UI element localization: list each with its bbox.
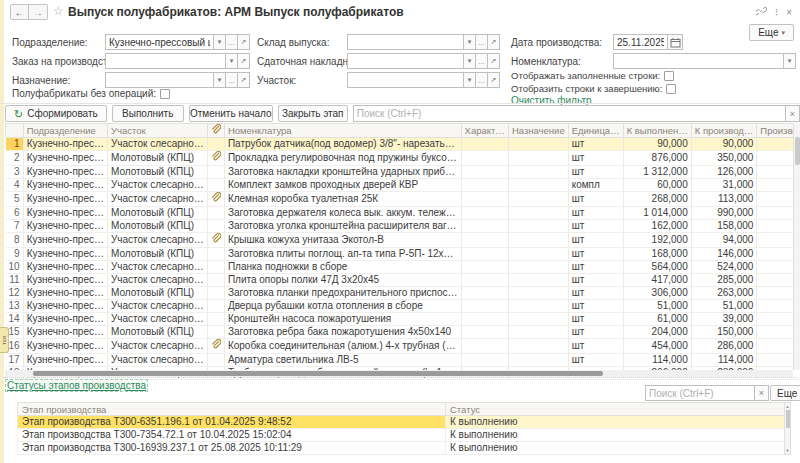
cell-uchastok[interactable]: Участок слесарно…: [107, 192, 207, 207]
statuses-search-input[interactable]: [645, 385, 755, 401]
column-header-num[interactable]: [6, 124, 24, 138]
cell-podrazdelenie[interactable]: Кузнечно-прес…: [23, 274, 107, 287]
cell-clip[interactable]: [207, 287, 224, 300]
cell-harakteristika[interactable]: [461, 192, 508, 207]
cell-k_vypolneniyu[interactable]: 168,000: [623, 248, 691, 261]
cell-harakteristika[interactable]: [461, 354, 508, 367]
cell-nomenklatura[interactable]: Кронштейн насоса пожаротушения: [224, 313, 461, 326]
cell-naznachenie[interactable]: [508, 354, 568, 367]
cell-k_proizvodstvu[interactable]: 113,000: [691, 192, 757, 207]
cell-naznachenie[interactable]: [508, 261, 568, 274]
statuses-search-clear-icon[interactable]: ×: [755, 385, 769, 401]
cell-edinitsa[interactable]: шт: [568, 166, 623, 179]
cell-podrazdelenie[interactable]: Кузнечно-прес…: [23, 151, 107, 166]
cell-etap[interactable]: Этап производства Т300-6351.196.1 от 01.…: [18, 416, 446, 429]
cell-uchastok[interactable]: Молотовый (КПЦ): [107, 326, 207, 339]
more-button-top[interactable]: Еще▾: [749, 24, 794, 41]
cell-naznachenie[interactable]: [508, 313, 568, 326]
cell-naznachenie[interactable]: [508, 220, 568, 233]
cell-edinitsa[interactable]: шт: [568, 354, 623, 367]
uchastok-choose-icon[interactable]: …: [476, 72, 488, 88]
cell-status[interactable]: К выполнению: [446, 416, 785, 429]
cell-naznachenie[interactable]: [508, 300, 568, 313]
table-row[interactable]: 1Кузнечно-прес…Участок слесарно…Патрубок…: [6, 138, 800, 151]
table-row[interactable]: 12Кузнечно-прес…Молотовый (КПЦ)Заготовка…: [6, 287, 800, 300]
cell-harakteristika[interactable]: [461, 179, 508, 192]
cell-k_vypolneniyu[interactable]: 61,000: [623, 313, 691, 326]
cell-k_proizvodstvu[interactable]: 285,000: [691, 274, 757, 287]
cell-nomenklatura[interactable]: Патрубок датчика(под водомер) 3/8"- наре…: [224, 138, 461, 151]
cell-num[interactable]: 17: [6, 354, 24, 367]
menu-dots-icon[interactable]: ⁝: [775, 8, 778, 18]
nomenklatura-dropdown-icon[interactable]: ▾: [784, 53, 796, 69]
cell-num[interactable]: 10: [6, 261, 24, 274]
cell-num[interactable]: 12: [6, 287, 24, 300]
cell-k_vypolneniyu[interactable]: 90,000: [623, 138, 691, 151]
column-header-podrazdelenie[interactable]: Подразделение: [23, 124, 107, 138]
cell-uchastok[interactable]: Молотовый (КПЦ): [107, 220, 207, 233]
cell-uchastok[interactable]: Молотовый (КПЦ): [107, 207, 207, 220]
cell-naznachenie[interactable]: [508, 248, 568, 261]
status-row[interactable]: Этап производства Т300-6351.196.1 от 01.…: [18, 416, 785, 429]
cell-nomenklatura[interactable]: Крышка кожуха унитаза Экотол-В: [224, 233, 461, 248]
cell-clip[interactable]: [207, 354, 224, 367]
get-link-icon[interactable]: [756, 6, 767, 19]
cell-harakteristika[interactable]: [461, 274, 508, 287]
cell-nomenklatura[interactable]: Арматура светильника ЛВ-5: [224, 354, 461, 367]
cell-edinitsa[interactable]: шт: [568, 151, 623, 166]
cell-naznachenie[interactable]: [508, 179, 568, 192]
cell-k_proizvodstvu[interactable]: 158,000: [691, 220, 757, 233]
cell-k_proizvodstvu[interactable]: 90,000: [691, 138, 757, 151]
cell-naznachenie[interactable]: [508, 339, 568, 354]
column-header-edinitsa[interactable]: Единица…: [568, 124, 623, 138]
cell-k_proizvodstvu[interactable]: 150,000: [691, 326, 757, 339]
statuses-scrollbar-thumb[interactable]: [786, 410, 790, 428]
cell-uchastok[interactable]: Участок слесарно…: [107, 233, 207, 248]
cell-edinitsa[interactable]: шт: [568, 248, 623, 261]
stage-statuses-link[interactable]: Статусы этапов производства: [6, 380, 147, 391]
cell-etap[interactable]: Этап производства Т300-7354.72.1 от 10.0…: [18, 429, 446, 442]
sdatochnaya-open-icon[interactable]: ↗: [488, 53, 500, 69]
uchastok-dropdown-icon[interactable]: ▾: [464, 72, 476, 88]
cell-uchastok[interactable]: Участок слесарно…: [107, 313, 207, 326]
naznachenie-open-icon[interactable]: ↗: [238, 72, 250, 88]
cell-clip[interactable]: [207, 192, 224, 207]
cell-podrazdelenie[interactable]: Кузнечно-прес…: [23, 248, 107, 261]
cell-harakteristika[interactable]: [461, 166, 508, 179]
uchastok-input[interactable]: [347, 72, 464, 88]
k-zaversheniyu-checkbox[interactable]: [666, 84, 676, 94]
table-row[interactable]: 4Кузнечно-прес…Участок слесарно…Комплект…: [6, 179, 800, 192]
cell-k_proizvodstvu[interactable]: 524,000: [691, 261, 757, 274]
cell-num[interactable]: 3: [6, 166, 24, 179]
zakaz-input[interactable]: [105, 53, 226, 69]
table-row[interactable]: 8Кузнечно-прес…Участок слесарно…Крышка к…: [6, 233, 800, 248]
cell-edinitsa[interactable]: шт: [568, 300, 623, 313]
column-header-uchastok[interactable]: Участок: [107, 124, 207, 138]
close-stage-button[interactable]: Закрыть этап: [278, 105, 348, 122]
status-column-header-status[interactable]: Статус: [446, 403, 785, 416]
cell-num[interactable]: 5: [6, 192, 24, 207]
cell-k_vypolneniyu[interactable]: 60,000: [623, 179, 691, 192]
cell-nomenklatura[interactable]: Плита опоры полки 47Д 3х20х45: [224, 274, 461, 287]
cell-nomenklatura[interactable]: Дверца рубашки котла отопления в сборе: [224, 300, 461, 313]
cell-k_proizvodstvu[interactable]: 286,000: [691, 339, 757, 354]
cell-podrazdelenie[interactable]: Кузнечно-прес…: [23, 179, 107, 192]
cell-naznachenie[interactable]: [508, 207, 568, 220]
date-input[interactable]: [613, 34, 668, 50]
cell-edinitsa[interactable]: шт: [568, 339, 623, 354]
table-row[interactable]: 3Кузнечно-прес…Молотовый (КПЦ)Заготовка …: [6, 166, 800, 179]
favorite-star-icon[interactable]: ☆: [53, 4, 64, 18]
cell-k_vypolneniyu[interactable]: 1 312,000: [623, 166, 691, 179]
cell-clip[interactable]: [207, 313, 224, 326]
cell-k_proizvodstvu[interactable]: 350,000: [691, 151, 757, 166]
cell-k_vypolneniyu[interactable]: 564,000: [623, 261, 691, 274]
sdatochnaya-dropdown-icon[interactable]: ▾: [464, 53, 476, 69]
cell-uchastok[interactable]: Участок слесарно…: [107, 300, 207, 313]
execute-button[interactable]: Выполнить: [112, 105, 184, 122]
cell-clip[interactable]: [207, 261, 224, 274]
cancel-start-button[interactable]: Отменить начало: [189, 105, 273, 122]
cell-nomenklatura[interactable]: Заготовка держателя колеса вык. аккум. т…: [224, 207, 461, 220]
cell-naznachenie[interactable]: [508, 274, 568, 287]
cell-k_vypolneniyu[interactable]: 162,000: [623, 220, 691, 233]
cell-nomenklatura[interactable]: Заготовка плиты поглощ. ап-та типа Р-5П-…: [224, 248, 461, 261]
